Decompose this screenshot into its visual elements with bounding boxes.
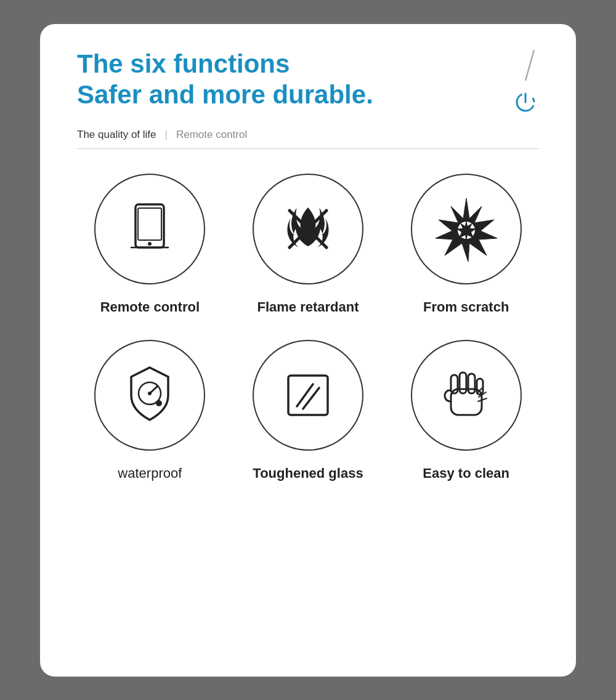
section-divider: [77, 148, 539, 149]
icon-circle-toughened-glass: [253, 340, 363, 451]
main-card: The six functions Safer and more durable…: [40, 24, 576, 677]
svg-line-18: [303, 388, 319, 409]
feature-label-easy-to-clean: Easy to clean: [423, 465, 509, 481]
svg-point-14: [148, 392, 152, 395]
features-grid: Remote control Flame retardant: [77, 174, 539, 481]
svg-line-17: [297, 384, 313, 406]
icon-circle-from-scratch: [411, 174, 522, 284]
icon-circle-easy-to-clean: [411, 340, 522, 451]
feature-flame-retardant: Flame retardant: [235, 174, 381, 315]
icon-circle-flame-retardant: [253, 174, 363, 284]
feature-label-flame-retardant: Flame retardant: [257, 299, 359, 315]
svg-rect-16: [288, 376, 328, 415]
svg-rect-4: [138, 208, 161, 240]
lightning-icon: [521, 49, 539, 82]
svg-line-0: [525, 50, 534, 81]
feature-waterproof: waterproof: [77, 340, 223, 481]
feature-from-scratch: From scratch: [393, 174, 539, 315]
feature-label-toughened-glass: Toughened glass: [253, 465, 363, 481]
svg-point-5: [148, 242, 152, 246]
title-line2: Safer and more durable.: [77, 80, 373, 109]
feature-label-waterproof: waterproof: [118, 465, 182, 481]
nav-divider: |: [165, 129, 168, 141]
feature-label-from-scratch: From scratch: [423, 299, 509, 315]
svg-point-15: [156, 400, 162, 406]
title-line1: The six functions: [77, 49, 290, 78]
feature-label-remote-control: Remote control: [100, 299, 200, 315]
svg-rect-3: [136, 204, 164, 247]
feature-easy-to-clean: Easy to clean: [393, 340, 539, 481]
header-area: The six functions Safer and more durable…: [77, 49, 539, 117]
nav-tabs: The quality of life | Remote control: [77, 129, 539, 141]
tab-remote-control[interactable]: Remote control: [176, 129, 247, 141]
main-title: The six functions Safer and more durable…: [77, 49, 512, 111]
top-icons-area: [512, 49, 539, 116]
icon-circle-waterproof: [94, 340, 205, 451]
tab-quality-of-life[interactable]: The quality of life: [77, 129, 156, 141]
title-block: The six functions Safer and more durable…: [77, 49, 512, 117]
icon-circle-remote-control: [94, 174, 205, 284]
svg-rect-22: [468, 374, 475, 393]
feature-remote-control: Remote control: [77, 174, 223, 315]
svg-rect-21: [460, 372, 466, 393]
power-icon: [512, 89, 539, 116]
feature-toughened-glass: Toughened glass: [235, 340, 381, 481]
